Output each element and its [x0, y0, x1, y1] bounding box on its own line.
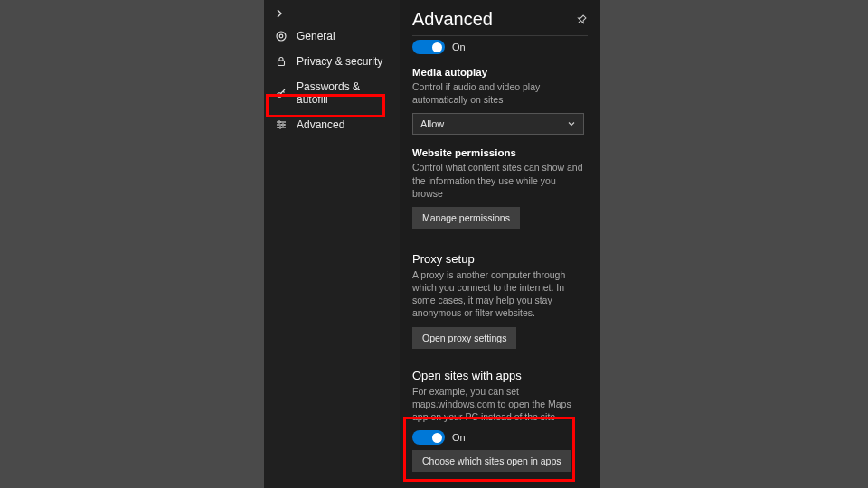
media-autoplay-title: Media autoplay — [412, 67, 588, 78]
choose-sites-apps-button[interactable]: Choose which sites open in apps — [412, 450, 571, 472]
page-title: Advanced — [412, 9, 493, 30]
settings-sidebar: General Privacy & security Passwords & a… — [264, 0, 400, 488]
media-autoplay-select-value: Allow — [420, 118, 444, 129]
open-sites-toggle-row: On — [412, 430, 588, 445]
settings-main: Advanced On Media autoplay Control if au… — [400, 0, 600, 488]
open-sites-toggle-label: On — [452, 432, 466, 443]
chevron-right-icon[interactable] — [275, 9, 400, 18]
manage-permissions-button[interactable]: Manage permissions — [412, 207, 520, 229]
svg-point-0 — [277, 32, 286, 41]
website-permissions-title: Website permissions — [412, 147, 588, 158]
section-proxy: Proxy setup A proxy is another computer … — [412, 252, 588, 349]
key-icon — [275, 87, 288, 99]
svg-point-9 — [279, 127, 281, 128]
svg-point-1 — [279, 34, 283, 38]
sidebar-item-label: Privacy & security — [297, 55, 382, 68]
proxy-title: Proxy setup — [412, 252, 588, 266]
top-toggle-row: On — [412, 40, 588, 54]
chevron-down-icon — [567, 119, 576, 128]
section-website-permissions: Website permissions Control what content… — [412, 147, 588, 229]
lock-icon — [275, 55, 288, 68]
website-permissions-desc: Control what content sites can show and … — [412, 161, 588, 200]
sidebar-item-privacy[interactable]: Privacy & security — [264, 49, 400, 74]
proxy-desc: A proxy is another computer through whic… — [412, 268, 588, 320]
open-sites-title: Open sites with apps — [412, 369, 588, 382]
open-proxy-settings-button[interactable]: Open proxy settings — [412, 327, 516, 349]
settings-window: General Privacy & security Passwords & a… — [264, 0, 600, 488]
open-sites-toggle[interactable] — [412, 430, 445, 445]
sidebar-item-advanced[interactable]: Advanced — [264, 112, 400, 137]
svg-rect-2 — [278, 61, 285, 66]
sidebar-item-label: General — [297, 30, 335, 42]
open-sites-desc: For example, you can set maps.windows.co… — [412, 385, 588, 424]
sidebar-item-label: Advanced — [297, 118, 344, 131]
gear-icon — [275, 30, 288, 42]
sidebar-item-general[interactable]: General — [264, 23, 400, 49]
section-media-autoplay: Media autoplay Control if audio and vide… — [412, 67, 588, 135]
media-autoplay-desc: Control if audio and video play automati… — [412, 80, 588, 106]
sidebar-item-label: Passwords & autofill — [297, 80, 391, 106]
pin-icon[interactable] — [575, 14, 588, 26]
svg-point-7 — [278, 121, 280, 123]
header-divider — [412, 35, 588, 36]
top-toggle[interactable] — [412, 40, 445, 54]
section-open-sites: Open sites with apps For example, you ca… — [412, 369, 588, 473]
svg-point-8 — [282, 124, 284, 126]
media-autoplay-select[interactable]: Allow — [412, 113, 584, 135]
top-toggle-label: On — [452, 42, 466, 52]
sidebar-item-passwords[interactable]: Passwords & autofill — [264, 74, 400, 112]
sliders-icon — [275, 118, 288, 131]
